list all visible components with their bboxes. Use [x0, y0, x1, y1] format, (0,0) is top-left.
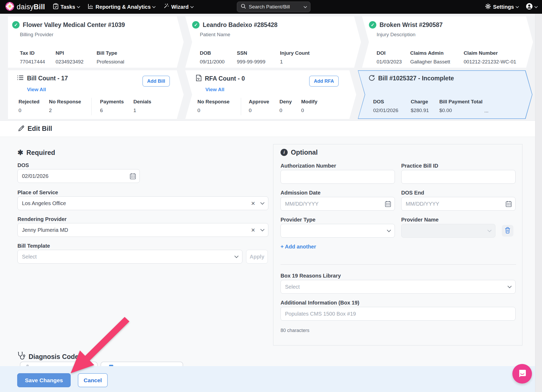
add-bill-button[interactable]: Add Bill [142, 76, 170, 87]
nav-item-label: Wizard [171, 4, 188, 10]
injury-card[interactable]: ✓ Broken Wrist #290587 Injury Descriptio… [362, 16, 533, 68]
stat-deny: Deny0 [279, 99, 292, 113]
cancel-button[interactable]: Cancel [78, 373, 108, 387]
dos-end-input[interactable] [401, 197, 516, 211]
brand-text: daisyBill [17, 3, 45, 11]
clipboard-icon [53, 3, 58, 11]
clear-x-icon[interactable]: × [251, 227, 255, 233]
add-rfa-button[interactable]: Add RFA [309, 76, 339, 87]
save-changes-button[interactable]: Save Changes [17, 373, 71, 387]
delete-provider-button[interactable] [502, 225, 513, 237]
practice-bill-id-input[interactable] [401, 170, 516, 184]
bill-count-view-all-link[interactable]: View All [27, 87, 46, 93]
admission-date-input[interactable] [281, 197, 395, 211]
check-circle-icon: ✓ [192, 21, 200, 29]
box19-reasons-label: Box 19 Reasons Library [281, 273, 341, 279]
field-doi: DOI01/03/2023 [377, 50, 402, 65]
rendering-provider-select[interactable]: Jenny Plumeria MD × [17, 223, 268, 237]
place-of-service-value: Los Angeles Office [22, 200, 251, 206]
field-ssn: SSN999-99-9999 [237, 50, 265, 65]
billing-provider-title: Flower Valley Medical Center #1039 [23, 21, 125, 29]
user-avatar-icon [526, 3, 533, 11]
dos-input[interactable] [17, 169, 140, 183]
field-injury-count: Injury Count1 [280, 50, 310, 65]
chevron-down-icon [534, 5, 538, 8]
chevron-down-icon [152, 5, 156, 8]
nav-item-reporting-analytics[interactable]: Reporting & Analytics [88, 3, 155, 11]
rfa-count-card[interactable]: RFA Count - 0 View All Add RFA No Respon… [185, 70, 356, 119]
injury-subtitle: Injury Description [377, 32, 415, 38]
calendar-icon[interactable] [385, 201, 391, 208]
provider-name-select [401, 224, 495, 238]
place-of-service-select[interactable]: Los Angeles Office × [17, 196, 268, 210]
chevron-down-icon [190, 5, 194, 8]
daisybill-logo[interactable]: daisyBill [5, 2, 45, 12]
box19-reasons-select[interactable]: Select [281, 280, 516, 294]
field-claim-number: Claim Number001212-221232-WC-01 [464, 50, 516, 65]
rfa-count-title: RFA Count - 0 [205, 75, 245, 82]
bill-template-select[interactable]: Select [17, 250, 242, 264]
chevron-down-icon [260, 227, 265, 231]
nav-item-wizard[interactable]: Wizard [163, 3, 193, 11]
provider-name-label: Provider Name [401, 217, 439, 223]
chevron-down-icon [487, 228, 492, 232]
calendar-icon[interactable] [130, 173, 136, 180]
search-patient-bill[interactable]: Search Patient/Bill [237, 2, 310, 12]
field-bill-type: Bill TypeProfessional [97, 50, 124, 65]
dos-end-label: DOS End [401, 190, 424, 196]
stat-payments: Payments6 [100, 99, 124, 113]
stat-bill-payment-total: Bill Payment Total$0.00 [439, 99, 482, 113]
chevron-down-icon [304, 5, 307, 8]
stat-dos: DOS02/01/2026 [373, 99, 398, 113]
footer-action-bar: Save Changes Cancel [0, 366, 535, 392]
stat-approve: Approve0 [249, 99, 269, 113]
account-menu[interactable] [526, 3, 537, 11]
patient-card[interactable]: ✓ Leandro Badeixo #285428 Patient Name D… [185, 16, 361, 68]
field-dob: DOB09/11/2000 [200, 50, 225, 65]
nav-item-tasks[interactable]: Tasks [53, 3, 80, 11]
stat-no-response: No Response0 [197, 99, 229, 113]
stat-modify: Modify0 [301, 99, 317, 113]
scrollbar-track[interactable] [535, 14, 542, 392]
provider-type-select[interactable] [281, 224, 395, 238]
billing-provider-subtitle: Billing Provider [20, 32, 53, 38]
list-icon [17, 75, 24, 82]
add-another-link[interactable]: + Add another [281, 244, 316, 250]
stethoscope-icon [17, 352, 25, 362]
bill-count-card[interactable]: Bill Count - 17 View All Add Bill Reject… [8, 70, 184, 119]
chevron-down-icon [234, 254, 239, 258]
additional-info-input[interactable] [281, 307, 516, 321]
asterisk-icon: ✱ [17, 149, 23, 157]
admission-date-label: Admission Date [281, 190, 320, 196]
stat-rejected: Rejected0 [19, 99, 39, 113]
calendar-icon[interactable] [505, 201, 512, 208]
authorization-number-input[interactable] [281, 170, 395, 184]
active-bill-title: Bill #1025327 - Incomplete [378, 75, 454, 82]
nav-item-settings[interactable]: Settings [485, 3, 518, 11]
trash-icon [505, 227, 511, 234]
character-count: 80 characters [281, 328, 309, 333]
chat-launcher-button[interactable] [512, 364, 532, 384]
chevron-down-icon [387, 228, 391, 232]
check-circle-icon: ✓ [369, 21, 376, 29]
search-placeholder: Search Patient/Bill [249, 4, 301, 10]
bill-template-placeholder: Select [22, 254, 235, 260]
billing-provider-card[interactable]: ✓ Flower Valley Medical Center #1039 Bil… [8, 16, 184, 68]
stat-charge: Charge$280.91 [411, 99, 429, 113]
chevron-down-icon [516, 5, 519, 8]
required-heading: ✱ Required [17, 149, 55, 157]
field-claims-admin: Claims AdminGallagher Bassett [410, 50, 450, 65]
apply-button[interactable]: Apply [246, 250, 268, 264]
edit-bill-title: Edit Bill [28, 125, 52, 132]
more-ellipsis[interactable]: ... [484, 108, 489, 114]
rfa-view-all-link[interactable]: View All [205, 87, 224, 93]
provider-type-label: Provider Type [281, 217, 315, 223]
bill-count-title: Bill Count - 17 [27, 75, 68, 82]
chat-bubble-icon [517, 368, 527, 380]
search-icon [241, 4, 246, 10]
rendering-provider-value: Jenny Plumeria MD [22, 227, 251, 233]
stat-divider [91, 98, 92, 115]
active-bill-card[interactable]: Bill #1025327 - Incomplete DOS02/01/2026… [358, 70, 532, 119]
clear-x-icon[interactable]: × [251, 200, 255, 207]
place-of-service-label: Place of Service [17, 190, 58, 196]
